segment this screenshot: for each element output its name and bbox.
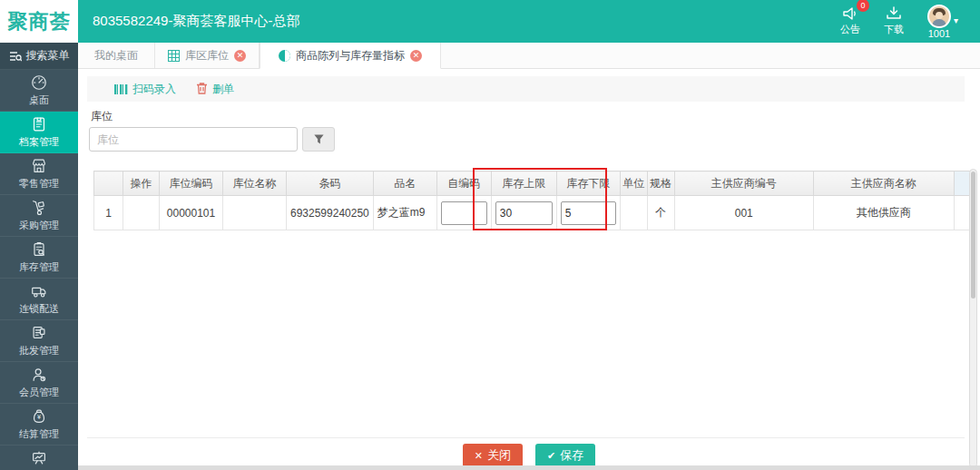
location-filter-input[interactable]	[89, 127, 298, 152]
tab-status-icon	[279, 50, 290, 62]
cell-unit	[620, 196, 647, 230]
app-logo: 聚商荟	[0, 0, 78, 43]
sidebar-item-wholesale[interactable]: 批发管理	[0, 320, 78, 362]
app-window: 聚商荟 8035582249-聚商荟客服中心-总部 0 公告	[0, 0, 980, 470]
delivery-truck-icon	[30, 282, 48, 300]
cell-barcode: 6932599240250	[287, 196, 374, 230]
download-button[interactable]: 下载	[884, 5, 904, 36]
sidebar-item-analytics[interactable]: 决策分析	[0, 446, 78, 470]
col-product-name: 品名	[373, 171, 436, 196]
filter-button[interactable]	[302, 127, 335, 152]
col-location-code: 库位编码	[160, 171, 223, 196]
col-supplier-name: 主供应商名称	[813, 171, 954, 196]
close-icon[interactable]: ✕	[234, 50, 246, 62]
search-menu-icon	[9, 51, 22, 62]
col-operation: 操作	[123, 171, 160, 196]
close-icon[interactable]: ✕	[410, 50, 422, 62]
window-title: 8035582249-聚商荟客服中心-总部	[93, 13, 840, 30]
sidebar-item-retail[interactable]: 零售管理	[0, 153, 78, 195]
col-rownum	[94, 171, 123, 196]
sidebar-item-chain-delivery[interactable]: 连锁配送	[0, 279, 78, 320]
col-stock-lower: 库存下限	[556, 171, 620, 196]
scan-entry-label: 扫码录入	[132, 82, 176, 97]
toolbar: 扫码录入 删单	[87, 76, 965, 102]
stock-upper-input[interactable]	[495, 201, 553, 225]
delete-order-label: 删单	[212, 82, 234, 97]
main-area: 我的桌面 库区库位 ✕ 商品陈列与库存量指标 ✕ 扫码录入	[78, 43, 980, 470]
save-button[interactable]: ✔ 保存	[535, 444, 595, 467]
delete-order-button[interactable]: 删单	[196, 82, 234, 97]
close-button[interactable]: ✕ 关闭	[463, 444, 523, 467]
sidebar-search-menu[interactable]: 搜索菜单	[0, 43, 78, 70]
sidebar-item-purchasing[interactable]: 采购管理	[0, 195, 78, 237]
save-button-label: 保存	[560, 447, 583, 464]
storefront-icon	[30, 157, 48, 175]
svg-text:¥: ¥	[37, 413, 42, 421]
grid-icon	[168, 50, 180, 62]
col-unit: 单位	[620, 171, 647, 196]
cell-spec: 个	[647, 196, 674, 230]
tab-stock-indicators[interactable]: 商品陈列与库存量指标 ✕	[260, 43, 441, 69]
tab-storage-locations[interactable]: 库区库位 ✕	[155, 43, 260, 68]
app-logo-text: 聚商荟	[8, 8, 71, 35]
table-row: 1 00000101 6932599240250 梦之蓝m9	[94, 196, 971, 230]
sidebar-item-label: 零售管理	[19, 177, 59, 191]
tab-bar: 我的桌面 库区库位 ✕ 商品陈列与库存量指标 ✕	[78, 43, 980, 69]
sidebar-item-members[interactable]: 会员管理	[0, 362, 78, 404]
tab-label: 库区库位	[185, 48, 229, 64]
funnel-icon	[313, 133, 325, 145]
sidebar: 搜索菜单 桌面 档案管理 零售管理 采购管理	[0, 43, 78, 470]
sidebar-item-archives[interactable]: 档案管理	[0, 112, 78, 153]
tab-my-desktop[interactable]: 我的桌面	[78, 43, 155, 68]
sidebar-item-label: 采购管理	[19, 219, 59, 232]
notice-badge: 0	[857, 0, 869, 12]
close-button-label: 关闭	[487, 447, 511, 464]
user-id-label: 1001	[928, 28, 950, 39]
col-barcode: 条码	[287, 171, 374, 196]
tab-label: 商品陈列与库存量指标	[296, 48, 405, 64]
x-icon: ✕	[475, 450, 483, 462]
chart-easel-icon	[30, 449, 48, 467]
cell-filler	[954, 196, 970, 230]
scan-entry-button[interactable]: 扫码录入	[114, 82, 176, 97]
trash-icon	[196, 82, 208, 97]
cell-location-name	[223, 196, 287, 230]
scrollbar-thumb[interactable]	[971, 171, 975, 299]
col-filler	[954, 171, 970, 196]
location-filter-label: 库位	[91, 109, 113, 124]
archive-file-icon	[30, 115, 48, 133]
page-content: 扫码录入 删单 库位	[78, 69, 980, 469]
hand-truck-icon	[30, 199, 48, 217]
check-icon: ✔	[547, 450, 555, 462]
user-menu[interactable]: ▾ 1001	[927, 5, 964, 39]
dashboard-gauge-icon	[30, 73, 48, 92]
vertical-scrollbar[interactable]	[969, 169, 977, 468]
product-grid: 操作 库位编码 库位名称 条码 品名 自编码 库存上限 库存下限 单位 规格 主…	[93, 171, 971, 230]
member-person-icon	[30, 366, 48, 384]
notice-button[interactable]: 0 公告	[840, 5, 860, 36]
cell-stock-upper	[491, 196, 556, 230]
clipboard-search-icon	[30, 240, 48, 259]
tab-label: 我的桌面	[94, 48, 138, 64]
sidebar-search-label: 搜索菜单	[26, 48, 70, 64]
sidebar-item-settlement[interactable]: ¥ 结算管理	[0, 404, 78, 446]
cell-self-code	[436, 196, 491, 230]
sidebar-item-inventory[interactable]: 库存管理	[0, 237, 78, 279]
avatar	[927, 5, 951, 28]
cell-product-name: 梦之蓝m9	[373, 196, 436, 230]
bottom-edge	[78, 465, 980, 470]
sidebar-item-desktop[interactable]: 桌面	[0, 70, 78, 112]
cell-operation	[123, 196, 160, 230]
cell-supplier-name: 其他供应商	[813, 196, 954, 230]
table-header-row: 操作 库位编码 库位名称 条码 品名 自编码 库存上限 库存下限 单位 规格 主…	[94, 171, 971, 196]
cell-rownum: 1	[94, 196, 123, 230]
sidebar-item-label: 会员管理	[19, 386, 59, 399]
chevron-down-icon: ▾	[954, 15, 958, 25]
sidebar-item-label: 结算管理	[19, 427, 59, 441]
stock-lower-input[interactable]	[561, 201, 616, 225]
cell-supplier-code: 001	[674, 196, 813, 230]
col-spec: 规格	[647, 171, 674, 196]
download-label: 下载	[884, 23, 904, 36]
cell-location-code: 00000101	[160, 196, 223, 230]
self-code-input[interactable]	[441, 201, 487, 225]
